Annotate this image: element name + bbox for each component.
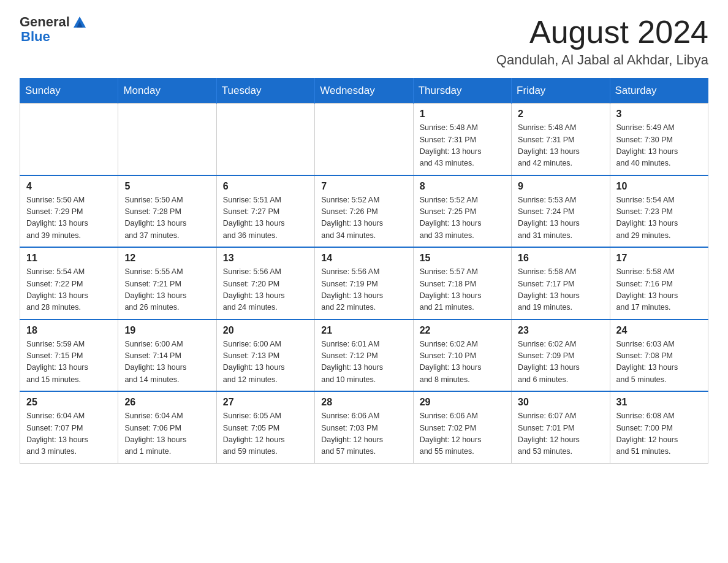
calendar-cell bbox=[315, 104, 413, 175]
calendar-cell: 11Sunrise: 5:54 AMSunset: 7:22 PMDayligh… bbox=[20, 247, 118, 320]
day-number: 25 bbox=[26, 397, 112, 408]
calendar-cell: 28Sunrise: 6:06 AMSunset: 7:03 PMDayligh… bbox=[315, 391, 413, 463]
logo-blue: Blue bbox=[21, 29, 50, 44]
day-info: Sunrise: 5:52 AMSunset: 7:26 PMDaylight:… bbox=[321, 194, 406, 242]
day-info: Sunrise: 6:06 AMSunset: 7:03 PMDaylight:… bbox=[321, 410, 406, 458]
calendar-table: SundayMondayTuesdayWednesdayThursdayFrid… bbox=[20, 78, 708, 464]
month-title: August 2024 bbox=[496, 15, 708, 50]
logo: General Blue bbox=[20, 15, 88, 44]
day-info: Sunrise: 5:57 AMSunset: 7:18 PMDaylight:… bbox=[420, 266, 505, 314]
col-header-tuesday: Tuesday bbox=[216, 79, 314, 104]
calendar-cell bbox=[216, 104, 314, 175]
calendar-cell: 3Sunrise: 5:49 AMSunset: 7:30 PMDaylight… bbox=[610, 104, 708, 175]
calendar-cell: 14Sunrise: 5:56 AMSunset: 7:19 PMDayligh… bbox=[315, 247, 413, 320]
day-info: Sunrise: 6:07 AMSunset: 7:01 PMDaylight:… bbox=[518, 410, 603, 458]
day-info: Sunrise: 5:51 AMSunset: 7:27 PMDaylight:… bbox=[223, 194, 308, 242]
calendar-cell: 8Sunrise: 5:52 AMSunset: 7:25 PMDaylight… bbox=[413, 175, 511, 248]
calendar-cell: 24Sunrise: 6:03 AMSunset: 7:08 PMDayligh… bbox=[610, 320, 708, 392]
calendar-week-row: 4Sunrise: 5:50 AMSunset: 7:29 PMDaylight… bbox=[20, 175, 708, 248]
day-info: Sunrise: 5:50 AMSunset: 7:28 PMDaylight:… bbox=[124, 194, 210, 242]
calendar-cell: 31Sunrise: 6:08 AMSunset: 7:00 PMDayligh… bbox=[610, 391, 708, 463]
col-header-wednesday: Wednesday bbox=[315, 79, 413, 104]
calendar-cell: 7Sunrise: 5:52 AMSunset: 7:26 PMDaylight… bbox=[315, 175, 413, 248]
calendar-cell: 21Sunrise: 6:01 AMSunset: 7:12 PMDayligh… bbox=[315, 320, 413, 392]
day-number: 21 bbox=[321, 325, 406, 336]
calendar-week-row: 18Sunrise: 5:59 AMSunset: 7:15 PMDayligh… bbox=[20, 320, 708, 392]
day-number: 24 bbox=[616, 325, 702, 336]
day-number: 29 bbox=[420, 397, 505, 408]
day-number: 15 bbox=[420, 253, 505, 264]
calendar-cell: 30Sunrise: 6:07 AMSunset: 7:01 PMDayligh… bbox=[512, 391, 610, 463]
day-info: Sunrise: 5:59 AMSunset: 7:15 PMDaylight:… bbox=[26, 339, 112, 386]
day-info: Sunrise: 6:06 AMSunset: 7:02 PMDaylight:… bbox=[420, 410, 505, 458]
day-info: Sunrise: 6:05 AMSunset: 7:05 PMDaylight:… bbox=[223, 410, 308, 458]
calendar-cell: 13Sunrise: 5:56 AMSunset: 7:20 PMDayligh… bbox=[216, 247, 314, 320]
calendar-week-row: 11Sunrise: 5:54 AMSunset: 7:22 PMDayligh… bbox=[20, 247, 708, 320]
calendar-week-row: 25Sunrise: 6:04 AMSunset: 7:07 PMDayligh… bbox=[20, 391, 708, 463]
calendar-cell: 23Sunrise: 6:02 AMSunset: 7:09 PMDayligh… bbox=[512, 320, 610, 392]
day-number: 30 bbox=[518, 397, 603, 408]
calendar-cell: 1Sunrise: 5:48 AMSunset: 7:31 PMDaylight… bbox=[413, 104, 511, 175]
day-info: Sunrise: 6:02 AMSunset: 7:09 PMDaylight:… bbox=[518, 339, 603, 386]
day-info: Sunrise: 5:58 AMSunset: 7:17 PMDaylight:… bbox=[518, 266, 603, 314]
day-number: 18 bbox=[26, 325, 112, 336]
day-info: Sunrise: 6:00 AMSunset: 7:13 PMDaylight:… bbox=[223, 339, 308, 386]
calendar-cell: 29Sunrise: 6:06 AMSunset: 7:02 PMDayligh… bbox=[413, 391, 511, 463]
calendar-cell: 10Sunrise: 5:54 AMSunset: 7:23 PMDayligh… bbox=[610, 175, 708, 248]
day-number: 9 bbox=[518, 181, 603, 192]
day-number: 23 bbox=[518, 325, 603, 336]
day-info: Sunrise: 5:58 AMSunset: 7:16 PMDaylight:… bbox=[616, 266, 702, 314]
day-number: 20 bbox=[223, 325, 308, 336]
day-number: 27 bbox=[223, 397, 308, 408]
day-number: 4 bbox=[26, 181, 112, 192]
day-number: 14 bbox=[321, 253, 406, 264]
calendar-cell: 5Sunrise: 5:50 AMSunset: 7:28 PMDaylight… bbox=[118, 175, 216, 248]
calendar-cell: 26Sunrise: 6:04 AMSunset: 7:06 PMDayligh… bbox=[118, 391, 216, 463]
day-info: Sunrise: 5:52 AMSunset: 7:25 PMDaylight:… bbox=[420, 194, 505, 242]
calendar-cell: 25Sunrise: 6:04 AMSunset: 7:07 PMDayligh… bbox=[20, 391, 118, 463]
day-number: 17 bbox=[616, 253, 702, 264]
page-header: General Blue August 2024 Qandulah, Al Ja… bbox=[20, 15, 708, 68]
calendar-cell: 12Sunrise: 5:55 AMSunset: 7:21 PMDayligh… bbox=[118, 247, 216, 320]
day-info: Sunrise: 5:54 AMSunset: 7:22 PMDaylight:… bbox=[26, 266, 112, 314]
day-info: Sunrise: 5:56 AMSunset: 7:19 PMDaylight:… bbox=[321, 266, 406, 314]
day-info: Sunrise: 5:48 AMSunset: 7:31 PMDaylight:… bbox=[420, 122, 505, 170]
day-info: Sunrise: 5:48 AMSunset: 7:31 PMDaylight:… bbox=[518, 122, 603, 170]
day-number: 3 bbox=[616, 109, 702, 120]
calendar-cell: 16Sunrise: 5:58 AMSunset: 7:17 PMDayligh… bbox=[512, 247, 610, 320]
calendar-cell bbox=[20, 104, 118, 175]
day-number: 31 bbox=[616, 397, 702, 408]
day-number: 10 bbox=[616, 181, 702, 192]
logo-general: General bbox=[20, 15, 70, 29]
calendar-header-row: SundayMondayTuesdayWednesdayThursdayFrid… bbox=[20, 79, 708, 104]
calendar-cell: 4Sunrise: 5:50 AMSunset: 7:29 PMDaylight… bbox=[20, 175, 118, 248]
day-number: 12 bbox=[124, 253, 210, 264]
day-info: Sunrise: 6:03 AMSunset: 7:08 PMDaylight:… bbox=[616, 339, 702, 386]
day-info: Sunrise: 6:00 AMSunset: 7:14 PMDaylight:… bbox=[124, 339, 210, 386]
calendar-cell: 27Sunrise: 6:05 AMSunset: 7:05 PMDayligh… bbox=[216, 391, 314, 463]
calendar-cell: 18Sunrise: 5:59 AMSunset: 7:15 PMDayligh… bbox=[20, 320, 118, 392]
day-info: Sunrise: 6:08 AMSunset: 7:00 PMDaylight:… bbox=[616, 410, 702, 458]
calendar-cell: 6Sunrise: 5:51 AMSunset: 7:27 PMDaylight… bbox=[216, 175, 314, 248]
calendar-cell bbox=[118, 104, 216, 175]
calendar-cell: 22Sunrise: 6:02 AMSunset: 7:10 PMDayligh… bbox=[413, 320, 511, 392]
day-info: Sunrise: 5:50 AMSunset: 7:29 PMDaylight:… bbox=[26, 194, 112, 242]
calendar-week-row: 1Sunrise: 5:48 AMSunset: 7:31 PMDaylight… bbox=[20, 104, 708, 175]
day-info: Sunrise: 6:02 AMSunset: 7:10 PMDaylight:… bbox=[420, 339, 505, 386]
title-block: August 2024 Qandulah, Al Jabal al Akhdar… bbox=[496, 15, 708, 68]
day-info: Sunrise: 5:55 AMSunset: 7:21 PMDaylight:… bbox=[124, 266, 210, 314]
calendar-cell: 20Sunrise: 6:00 AMSunset: 7:13 PMDayligh… bbox=[216, 320, 314, 392]
day-number: 5 bbox=[124, 181, 210, 192]
day-number: 26 bbox=[124, 397, 210, 408]
day-number: 28 bbox=[321, 397, 406, 408]
day-info: Sunrise: 6:04 AMSunset: 7:07 PMDaylight:… bbox=[26, 410, 112, 458]
calendar-cell: 9Sunrise: 5:53 AMSunset: 7:24 PMDaylight… bbox=[512, 175, 610, 248]
calendar-cell: 2Sunrise: 5:48 AMSunset: 7:31 PMDaylight… bbox=[512, 104, 610, 175]
day-number: 22 bbox=[420, 325, 505, 336]
location-subtitle: Qandulah, Al Jabal al Akhdar, Libya bbox=[496, 52, 708, 68]
col-header-friday: Friday bbox=[512, 79, 610, 104]
day-number: 16 bbox=[518, 253, 603, 264]
col-header-monday: Monday bbox=[118, 79, 216, 104]
day-info: Sunrise: 5:56 AMSunset: 7:20 PMDaylight:… bbox=[223, 266, 308, 314]
day-number: 1 bbox=[420, 109, 505, 120]
